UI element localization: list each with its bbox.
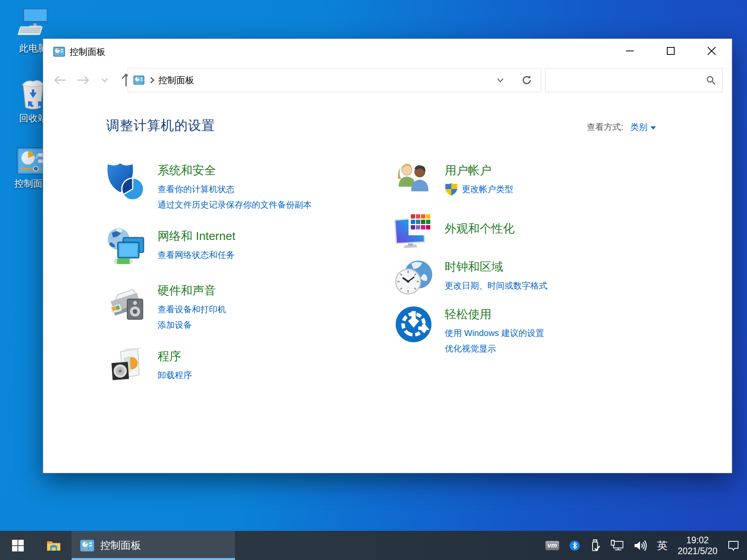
close-button[interactable]: [691, 39, 732, 63]
category-appearance-personalization: 外观和个性化: [393, 209, 732, 250]
category-title[interactable]: 系统和安全: [158, 163, 312, 178]
start-button[interactable]: [0, 531, 36, 560]
category-title[interactable]: 网络和 Internet: [158, 228, 235, 244]
category-title[interactable]: 外观和个性化: [445, 221, 515, 237]
recent-pages-button[interactable]: [99, 72, 110, 89]
category-clock-region: 时钟和区域 更改日期、时间或数字格式: [393, 258, 732, 297]
user-accounts-icon: [395, 162, 432, 201]
address-dropdown-button[interactable]: [492, 68, 509, 92]
forward-button[interactable]: [76, 72, 91, 89]
category-network-internet: 网络和 Internet 查看网络状态和任务: [106, 228, 393, 267]
maximize-button[interactable]: [650, 39, 691, 63]
view-by-label: 查看方式:: [587, 121, 623, 133]
system-security-icon: [107, 162, 146, 201]
network-tray-icon[interactable]: [610, 540, 624, 551]
file-explorer-icon: [46, 539, 61, 552]
taskbar: 控制面板 vm: [0, 531, 747, 560]
appearance-icon: [393, 209, 434, 250]
minimize-icon: [625, 46, 635, 56]
link-uninstall-program[interactable]: 卸载程序: [158, 368, 192, 383]
file-explorer-button[interactable]: [36, 531, 72, 560]
link-view-network-status[interactable]: 查看网络状态和任务: [158, 247, 235, 263]
category-programs: 程序 卸载程序: [106, 348, 393, 387]
category-user-accounts: 用户帐户 更改帐户类型: [393, 162, 732, 201]
bluetooth-icon[interactable]: [569, 540, 580, 551]
taskbar-task-control-panel[interactable]: 控制面板: [72, 531, 235, 560]
clock-time: 19:02: [678, 535, 717, 546]
breadcrumb-item-control-panel[interactable]: 控制面板: [158, 74, 194, 86]
link-change-date-time-format[interactable]: 更改日期、时间或数字格式: [445, 278, 547, 294]
address-dropdown-icon: [497, 78, 504, 82]
title-bar[interactable]: 控制面板: [43, 39, 732, 65]
control-panel-icon: [80, 540, 94, 551]
maximize-icon: [666, 46, 675, 56]
category-ease-of-access: 轻松使用 使用 Windows 建议的设置 优化视觉显示: [393, 306, 732, 357]
back-button[interactable]: [53, 72, 67, 89]
hardware-sound-icon: [107, 282, 146, 321]
category-title[interactable]: 用户帐户: [445, 163, 513, 178]
category-title[interactable]: 轻松使用: [445, 306, 544, 322]
search-bar[interactable]: [545, 68, 722, 92]
chevron-down-icon: [651, 126, 656, 130]
window-title: 控制面板: [70, 46, 105, 58]
page-title: 调整计算机的设置: [106, 117, 215, 135]
refresh-button[interactable]: [512, 68, 541, 92]
vmware-tray-icon[interactable]: vm: [545, 541, 559, 550]
action-center-icon[interactable]: [728, 540, 739, 551]
recent-pages-chevron-icon: [101, 78, 108, 82]
back-icon: [53, 75, 67, 85]
forward-icon: [77, 75, 90, 85]
control-panel-window: 控制面板: [43, 38, 732, 473]
control-panel-icon: [133, 75, 144, 85]
start-icon: [12, 539, 24, 552]
clock-region-icon: [394, 258, 433, 297]
programs-icon: [109, 348, 144, 385]
volume-icon[interactable]: [634, 540, 647, 551]
address-bar[interactable]: 控制面板: [128, 68, 513, 92]
category-title[interactable]: 时钟和区域: [445, 259, 547, 275]
this-pc-icon: [16, 6, 50, 40]
clock[interactable]: 19:02 2021/5/20: [678, 535, 717, 556]
link-file-history-backup[interactable]: 通过文件历史记录保存你的文件备份副本: [158, 197, 312, 213]
system-tray: vm: [545, 531, 747, 560]
language-indicator[interactable]: 英: [657, 539, 668, 553]
minimize-button[interactable]: [609, 39, 650, 63]
control-panel-icon: [53, 47, 65, 57]
ease-of-access-icon: [395, 306, 432, 343]
breadcrumb-chevron-icon: [150, 77, 154, 84]
search-input[interactable]: [545, 75, 706, 85]
main-content: 调整计算机的设置 查看方式: 类别: [43, 96, 732, 401]
category-hardware-sound: 硬件和声音 查看设备和打印机 添加设备: [106, 282, 393, 333]
link-optimize-visual-display[interactable]: 优化视觉显示: [445, 341, 544, 357]
network-internet-icon: [107, 228, 146, 267]
link-view-devices-printers[interactable]: 查看设备和打印机: [158, 302, 226, 317]
link-change-account-type[interactable]: 更改帐户类型: [462, 182, 513, 197]
category-system-security: 系统和安全 查看你的计算机状态 通过文件历史记录保存你的文件备份副本: [106, 162, 393, 213]
search-icon[interactable]: [706, 75, 716, 85]
view-by-dropdown[interactable]: 类别: [630, 121, 656, 133]
refresh-icon: [521, 75, 532, 86]
link-add-device[interactable]: 添加设备: [158, 317, 226, 333]
active-task-indicator: [72, 558, 235, 560]
category-title[interactable]: 硬件和声音: [158, 283, 226, 299]
navigation-bar: 控制面板: [43, 65, 732, 96]
taskbar-task-label: 控制面板: [100, 539, 141, 552]
category-title[interactable]: 程序: [158, 348, 192, 364]
usb-icon[interactable]: [590, 539, 600, 552]
close-icon: [707, 46, 717, 56]
uac-shield-icon: [445, 182, 458, 196]
clock-date: 2021/5/20: [678, 546, 717, 556]
link-view-computer-status[interactable]: 查看你的计算机状态: [158, 182, 312, 197]
link-suggested-settings[interactable]: 使用 Windows 建议的设置: [445, 326, 544, 341]
